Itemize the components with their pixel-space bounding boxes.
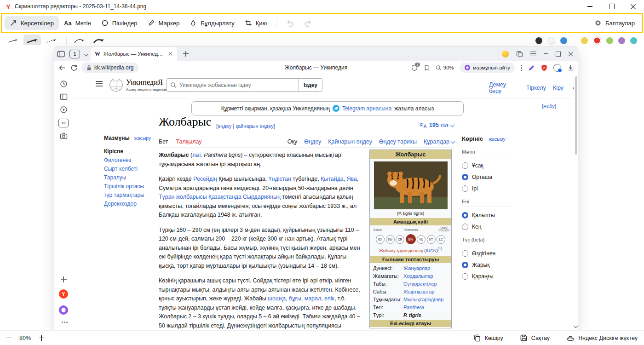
arrow-curve-thin-icon (74, 37, 86, 44)
tab-page[interactable]: Бет (159, 138, 168, 145)
url-field[interactable]: kk.wikipedia.org (81, 63, 138, 73)
read-aloud-button[interactable]: мазмұнын айту (460, 63, 515, 73)
wiki-search-button[interactable]: Іздеу (299, 79, 322, 91)
color-swatch-red[interactable] (593, 36, 601, 45)
editor-canvas[interactable]: 1 W Жолбарыс — Уикипед… (0, 45, 644, 330)
scroll-down-icon[interactable] (574, 324, 578, 328)
copy-button[interactable]: Көшіру (473, 334, 503, 342)
color-swatch-blue[interactable] (560, 37, 567, 44)
new-tab-button[interactable] (183, 51, 189, 57)
download-icon[interactable] (567, 64, 574, 71)
toc-item[interactable]: Кіріспе (104, 147, 155, 156)
history-clock-button[interactable] (60, 80, 68, 88)
tiger-image[interactable] (374, 161, 448, 209)
sidebar-toggle-icon[interactable] (57, 51, 65, 58)
zoom-in-icon[interactable] (39, 335, 44, 341)
wiki-search-input[interactable] (177, 81, 299, 89)
radio-color-light[interactable]: Жарық (462, 262, 512, 268)
color-swatch-white[interactable] (547, 37, 555, 45)
upload-disk-button[interactable]: Яндекс Дискіге жүктеу (566, 334, 638, 342)
telegram-link[interactable]: Telegram арнасына (342, 105, 391, 112)
zoom-out-icon[interactable] (6, 338, 12, 339)
tab-counter[interactable]: 1 (69, 50, 80, 58)
tab-list-chevron-icon[interactable] (84, 52, 89, 56)
tool-text-button[interactable]: Аа Мәтін (59, 16, 96, 30)
toc-item[interactable]: Таралуы (104, 173, 155, 182)
refresh-icon[interactable] (70, 64, 78, 71)
status-link-line[interactable]: Жойылу қаупіндегілер (IUCN)[1] (371, 247, 450, 253)
protect-shield-button[interactable]: 1 (411, 64, 418, 71)
screenshot-camera-button[interactable] (60, 132, 68, 139)
scrollbar-thumb[interactable] (575, 76, 577, 155)
tab-edit[interactable]: Өңдеу (304, 138, 321, 145)
color-swatch-cyan[interactable] (630, 37, 637, 44)
browser-tab-active[interactable]: W Жолбарыс — Уикипед… (91, 47, 177, 61)
undo-button[interactable] (281, 16, 299, 30)
browser-minimize-icon[interactable] (544, 53, 548, 54)
tab-tools[interactable]: Құралдар (424, 138, 454, 145)
color-swatch-purple[interactable] (618, 37, 625, 44)
toc-item[interactable]: түр тармақтары (104, 191, 155, 200)
tab-talk[interactable]: Талқылау (176, 138, 201, 145)
radio-text-large[interactable]: Ірі (462, 185, 512, 192)
banner-close-link[interactable]: [жабу] (542, 103, 556, 109)
redo-button[interactable] (299, 16, 317, 30)
tool-blur-button[interactable]: Бұлдырлату (184, 16, 239, 30)
close-button[interactable] (622, 0, 644, 13)
tool-arrows-button[interactable]: Көрсеткілер (5, 16, 59, 30)
tab-edit-source[interactable]: Қайнарын өңдеу (328, 138, 372, 145)
save-button[interactable]: Сақтау (520, 334, 550, 342)
maximize-button[interactable] (601, 0, 622, 13)
browser-maximize-icon[interactable] (556, 52, 561, 57)
minimize-button[interactable] (579, 0, 601, 13)
more-vertical-icon[interactable] (521, 65, 522, 66)
article-edit-links[interactable]: [өңдеу | қайнарын өңдеу] (216, 123, 275, 129)
donate-link[interactable]: Демеу беру (489, 81, 519, 94)
radio-text-standard[interactable]: Орташа (462, 174, 512, 180)
login-link[interactable]: Кіру (553, 85, 564, 91)
radio-text-small[interactable]: Ұсақ (462, 162, 512, 169)
language-selector[interactable]: 195 тіл (419, 122, 454, 128)
tab-read[interactable]: Оқу (288, 138, 297, 145)
read-aloud-label: мазмұнын айту (473, 65, 510, 70)
radio-color-auto[interactable]: Өздігінен (462, 250, 512, 257)
radio-width-standard[interactable]: Қалыпты (462, 212, 512, 218)
extension-icon[interactable] (553, 64, 561, 72)
bookmark-flag-icon[interactable] (424, 64, 430, 71)
yandex-search-icon[interactable]: Y (59, 289, 68, 299)
color-swatch-black[interactable] (535, 37, 542, 44)
bonus-icon[interactable] (502, 51, 509, 58)
more-horizontal-icon[interactable] (62, 322, 63, 323)
tool-marker-button[interactable]: Маркер (143, 16, 185, 30)
tab-grid-button[interactable]: 10 (58, 119, 69, 127)
wiki-menu-icon[interactable] (96, 81, 103, 86)
alice-assistant-icon[interactable] (59, 305, 68, 315)
back-icon[interactable] (58, 64, 66, 72)
color-swatch-green[interactable] (606, 37, 613, 44)
tab-history[interactable]: Өңдеу тарихы (379, 138, 417, 145)
tab-close-icon[interactable] (168, 52, 173, 56)
toc-item[interactable]: Филогенез (104, 156, 155, 165)
feed-panel-button[interactable] (60, 93, 68, 101)
add-widget-icon[interactable] (61, 276, 67, 282)
toc-item[interactable]: Сырт-келбеті (104, 165, 155, 173)
color-swatch-yellow[interactable] (581, 37, 588, 44)
toc-item[interactable]: Дереккөздер (104, 200, 155, 208)
tool-shapes-button[interactable]: Пішіндер (96, 16, 143, 30)
settings-button[interactable]: Баптаулар (590, 19, 639, 27)
toc-item[interactable]: Тіршілік ортасы (104, 182, 155, 191)
appearance-hide-link[interactable]: жасыру (489, 136, 506, 142)
adblock-shield-icon[interactable] (541, 64, 547, 71)
browser-close-icon[interactable] (568, 52, 573, 57)
toc-hide-link[interactable]: жасыру (134, 135, 151, 141)
tool-crop-button[interactable]: Қию (240, 16, 272, 30)
browser-zoom-control[interactable]: 90% (436, 65, 454, 71)
register-link[interactable]: Тіркелу (526, 85, 546, 91)
page-scrollbar[interactable] (574, 75, 578, 330)
tab-panels-icon[interactable] (516, 51, 523, 58)
radio-width-wide[interactable]: Кең (462, 224, 512, 230)
edit-pen-icon[interactable] (528, 64, 535, 71)
radio-color-dark[interactable]: Қараңғы (462, 273, 512, 280)
browser-menu-icon[interactable] (530, 52, 536, 57)
video-play-button[interactable] (60, 106, 68, 114)
